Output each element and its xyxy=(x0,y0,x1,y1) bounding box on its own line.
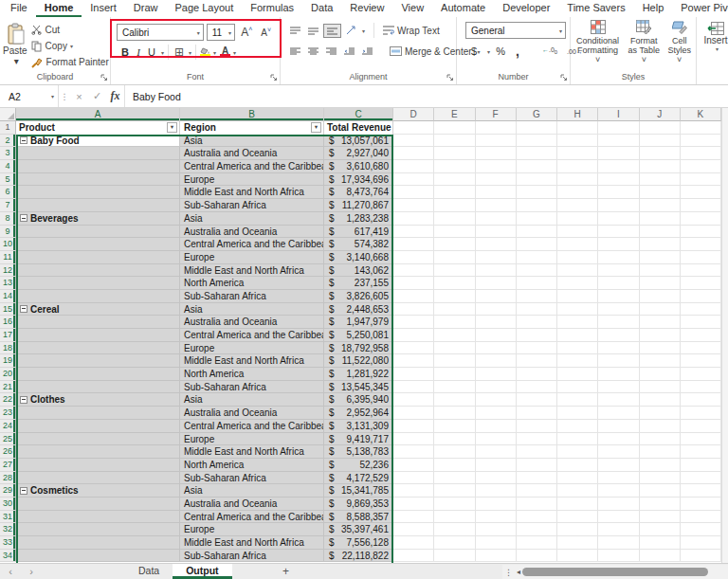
cell[interactable] xyxy=(681,251,721,264)
cell-A26[interactable] xyxy=(16,445,180,459)
cell[interactable] xyxy=(517,484,557,498)
cell[interactable] xyxy=(434,368,475,381)
cell[interactable] xyxy=(640,226,681,239)
cell[interactable] xyxy=(393,433,434,446)
collapse-icon[interactable] xyxy=(20,305,27,313)
cell[interactable] xyxy=(393,354,434,368)
cell[interactable] xyxy=(640,160,681,173)
row-header-12[interactable]: 12 xyxy=(0,264,16,278)
row-header-11[interactable]: 11 xyxy=(0,251,16,264)
cell[interactable] xyxy=(557,329,598,342)
align-center-button[interactable] xyxy=(305,45,321,58)
insert-function-icon[interactable]: fx xyxy=(106,85,124,107)
cell[interactable] xyxy=(681,264,721,278)
cell[interactable] xyxy=(598,329,639,342)
cell[interactable] xyxy=(517,523,557,536)
menu-tab-home[interactable]: Home xyxy=(36,0,82,17)
add-sheet-button[interactable]: + xyxy=(272,564,300,579)
cell[interactable] xyxy=(434,226,475,239)
collapse-icon[interactable] xyxy=(20,136,27,144)
cell-B16[interactable]: Australia and Oceania xyxy=(180,316,324,329)
cell[interactable] xyxy=(393,199,434,212)
cell[interactable] xyxy=(681,290,721,303)
italic-button[interactable]: I xyxy=(132,46,145,58)
vertical-scrollbar[interactable] xyxy=(721,108,728,563)
cell[interactable] xyxy=(640,459,681,472)
cell[interactable] xyxy=(393,264,434,278)
cell[interactable] xyxy=(476,368,517,381)
cell[interactable] xyxy=(640,368,681,381)
cell[interactable] xyxy=(393,393,434,407)
cell-B24[interactable]: Central America and the Caribbean xyxy=(180,420,324,433)
cell[interactable] xyxy=(393,316,434,329)
cell[interactable] xyxy=(557,445,598,459)
cell[interactable] xyxy=(640,316,681,329)
row-header-6[interactable]: 6 xyxy=(0,186,16,199)
cell-C7[interactable]: $11,270,867 xyxy=(324,199,393,212)
cell[interactable] xyxy=(681,550,721,563)
cell[interactable] xyxy=(476,329,517,342)
cell[interactable] xyxy=(476,445,517,459)
cell[interactable] xyxy=(476,316,517,329)
cell[interactable] xyxy=(517,420,557,433)
cell-A16[interactable] xyxy=(16,316,180,329)
cell[interactable] xyxy=(476,264,517,278)
dialog-launcher-icon[interactable] xyxy=(100,74,108,81)
cell-B8[interactable]: Asia xyxy=(180,212,324,226)
cell[interactable] xyxy=(393,173,434,187)
cell-C11[interactable]: $3,140,668 xyxy=(324,251,393,264)
cell-A15[interactable]: Cereal xyxy=(16,303,180,317)
cell[interactable] xyxy=(598,433,639,446)
cell[interactable] xyxy=(598,303,639,317)
cell[interactable] xyxy=(393,186,434,199)
cell[interactable] xyxy=(557,290,598,303)
cell[interactable] xyxy=(681,199,721,212)
cell-C10[interactable]: $574,382 xyxy=(324,238,393,251)
column-header-I[interactable]: I xyxy=(598,108,639,121)
cell[interactable] xyxy=(434,550,475,563)
cell-C3[interactable]: $2,927,040 xyxy=(324,147,393,160)
cell-B18[interactable]: Europe xyxy=(180,342,324,355)
cell-C26[interactable]: $5,138,783 xyxy=(324,445,393,459)
cell[interactable] xyxy=(476,498,517,511)
cell[interactable] xyxy=(640,199,681,212)
cell-A3[interactable] xyxy=(16,147,180,160)
dialog-launcher-icon[interactable] xyxy=(560,74,568,81)
cell[interactable] xyxy=(434,407,475,420)
cell[interactable] xyxy=(681,484,721,498)
cell[interactable] xyxy=(640,433,681,446)
cell[interactable] xyxy=(517,173,557,187)
paste-button[interactable]: Paste ▾ xyxy=(3,20,27,71)
row-header-13[interactable]: 13 xyxy=(0,277,16,290)
cell[interactable] xyxy=(598,147,639,160)
cell[interactable] xyxy=(598,484,639,498)
cell[interactable] xyxy=(434,277,475,290)
cell[interactable] xyxy=(681,173,721,187)
cell[interactable] xyxy=(681,135,721,148)
conditional-formatting-button[interactable]: Conditional Formatting ˅ xyxy=(573,19,622,71)
column-header-C[interactable]: C xyxy=(324,108,393,121)
cell[interactable] xyxy=(557,393,598,407)
cell-B9[interactable]: Australia and Oceania xyxy=(180,226,324,239)
cell-A13[interactable] xyxy=(16,277,180,290)
cell[interactable] xyxy=(681,238,721,251)
cell[interactable] xyxy=(517,147,557,160)
cell[interactable] xyxy=(640,484,681,498)
row-header-23[interactable]: 23 xyxy=(0,407,16,420)
cell-B17[interactable]: Central America and the Caribbean xyxy=(180,329,324,342)
cell-A29[interactable]: Cosmetics xyxy=(16,484,180,498)
cell[interactable] xyxy=(393,303,434,317)
cell[interactable] xyxy=(517,160,557,173)
cell[interactable] xyxy=(517,290,557,303)
cell-C27[interactable]: $52,236 xyxy=(324,459,393,472)
cell[interactable] xyxy=(434,445,475,459)
cell-C8[interactable]: $1,283,238 xyxy=(324,212,393,226)
cell[interactable] xyxy=(517,329,557,342)
cell-B12[interactable]: Middle East and North Africa xyxy=(180,264,324,278)
menu-tab-file[interactable]: File xyxy=(2,0,36,17)
cell[interactable] xyxy=(598,536,639,550)
name-box[interactable]: A2 ▾ xyxy=(0,85,59,107)
cell[interactable] xyxy=(434,121,475,135)
cell-B5[interactable]: Europe xyxy=(180,173,324,187)
wrap-text-button[interactable]: Wrap Text xyxy=(380,24,443,38)
